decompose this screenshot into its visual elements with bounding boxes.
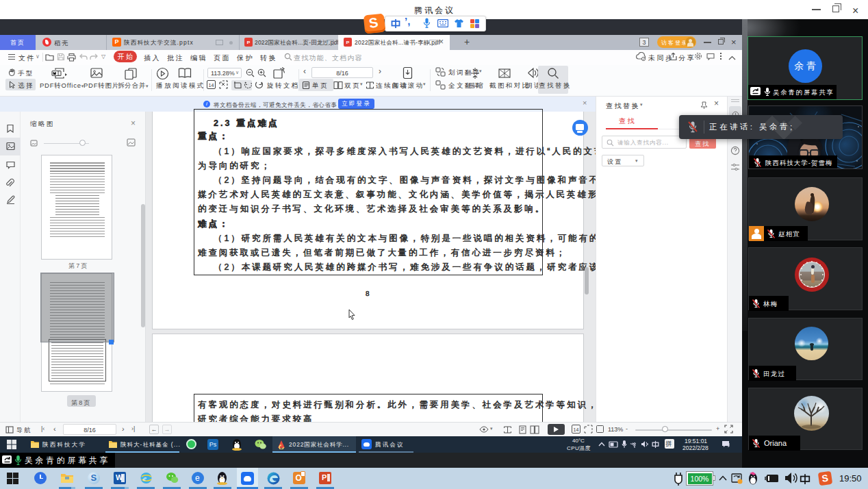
svg-text:e: e	[143, 474, 146, 482]
